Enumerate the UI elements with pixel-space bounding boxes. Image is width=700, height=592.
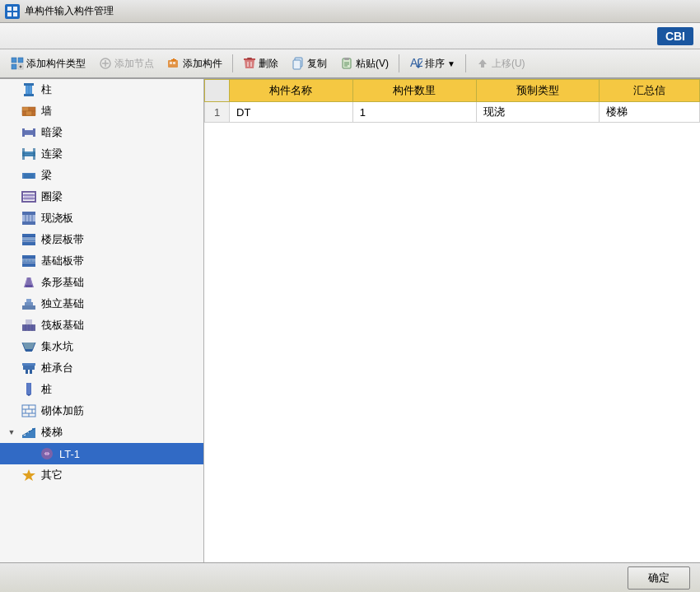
- col-precast-header[interactable]: 预制类型: [476, 80, 600, 102]
- tree-item-other[interactable]: 其它: [0, 464, 203, 486]
- tree-item-strip-foundation-label: 条形基础: [41, 275, 84, 290]
- expand-placeholder: [7, 235, 16, 245]
- svg-rect-76: [22, 263, 35, 267]
- svg-rect-23: [293, 60, 301, 69]
- tree-item-pile-cap-label: 桩承台: [41, 361, 73, 375]
- cbi-logo: CBI: [657, 27, 693, 45]
- svg-rect-74: [22, 255, 35, 259]
- sort-button[interactable]: AZ 排序 ▼: [404, 54, 461, 74]
- pile-icon: [21, 381, 37, 398]
- main-content: 柱 墙: [0, 79, 700, 562]
- cell-name[interactable]: DT: [230, 102, 353, 123]
- expand-placeholder: [7, 170, 16, 180]
- tree-item-beam-label: 梁: [41, 168, 52, 183]
- wall-icon: [21, 103, 37, 119]
- col-name-header[interactable]: 构件名称: [230, 80, 353, 102]
- tree-item-isolated-foundation[interactable]: 独立基础: [0, 293, 203, 315]
- tree-item-raft-foundation[interactable]: 筏板基础: [0, 315, 203, 336]
- svg-rect-75: [22, 259, 35, 263]
- svg-rect-2: [7, 12, 12, 16]
- table-row[interactable]: 1 DT 1 现浇 楼梯: [205, 102, 700, 123]
- expand-placeholder: [7, 213, 16, 223]
- add-comp-label: 添加构件: [183, 57, 222, 71]
- tree-item-pile[interactable]: 桩: [0, 379, 203, 400]
- cell-summary[interactable]: 楼梯: [600, 102, 700, 123]
- add-type-button[interactable]: 添加构件类型: [5, 54, 91, 74]
- copy-icon: [292, 57, 305, 70]
- svg-rect-100: [26, 349, 32, 352]
- bottom-bar: 确定: [0, 562, 700, 592]
- tree-item-isolated-foundation-label: 独立基础: [41, 296, 84, 311]
- up-button[interactable]: 上移(U): [470, 54, 531, 74]
- table-body: 1 DT 1 现浇 楼梯: [205, 102, 700, 123]
- svg-marker-123: [22, 469, 35, 481]
- svg-rect-88: [26, 299, 31, 302]
- svg-rect-86: [22, 305, 35, 310]
- strip-foundation-icon: [21, 274, 37, 291]
- tree-item-pile-cap[interactable]: 桩承台: [0, 357, 203, 379]
- svg-rect-103: [30, 370, 32, 374]
- separator-2: [399, 54, 399, 72]
- col-count-header[interactable]: 构件数里: [352, 80, 476, 102]
- ok-button[interactable]: 确定: [628, 566, 690, 590]
- tree-item-masonry[interactable]: 砌体加筋: [0, 400, 203, 422]
- tree-item-stair-lt1[interactable]: LT-1: [0, 443, 203, 464]
- add-type-label: 添加构件类型: [26, 57, 86, 71]
- svg-rect-105: [26, 383, 31, 394]
- svg-rect-40: [22, 107, 29, 111]
- tree-item-beam[interactable]: 梁: [0, 165, 203, 186]
- svg-rect-3: [13, 12, 17, 16]
- tree-item-wall-label: 墙: [41, 104, 52, 119]
- expand-placeholder: [7, 149, 16, 159]
- tree-item-plate-label: 现浇板: [41, 211, 73, 226]
- delete-button[interactable]: 删除: [237, 54, 284, 74]
- svg-rect-41: [29, 107, 35, 111]
- svg-rect-54: [33, 148, 35, 160]
- expand-placeholder: [7, 385, 16, 394]
- expand-placeholder: [7, 256, 16, 266]
- svg-rect-42: [26, 111, 32, 115]
- window-title: 单构件输入构件管理: [25, 4, 114, 18]
- tree-item-raft-foundation-label: 筏板基础: [41, 318, 84, 333]
- separator-1: [232, 54, 233, 72]
- tree-item-base-band[interactable]: 基础板带: [0, 250, 203, 272]
- add-comp-button[interactable]: 添加构件: [161, 54, 228, 74]
- svg-rect-87: [25, 302, 33, 305]
- svg-rect-69: [22, 234, 35, 237]
- col-summary-header[interactable]: 汇总信: [600, 80, 700, 102]
- tree-item-wall[interactable]: 墙: [0, 100, 203, 122]
- tree-item-plate[interactable]: 现浇板: [0, 207, 203, 229]
- paste-button[interactable]: 粘贴(V): [334, 54, 394, 74]
- col-num-header: [205, 80, 230, 102]
- svg-rect-4: [12, 58, 16, 63]
- tree-item-sump[interactable]: 集水坑: [0, 336, 203, 357]
- lt1-expand-placeholder: [25, 449, 35, 459]
- expand-placeholder: [7, 363, 16, 373]
- copy-label: 复制: [307, 57, 327, 71]
- expand-placeholder: [7, 299, 16, 309]
- cell-count[interactable]: 1: [352, 102, 476, 123]
- copy-button[interactable]: 复制: [286, 54, 333, 74]
- beam-icon: [21, 167, 37, 184]
- tree-item-strip-foundation[interactable]: 条形基础: [0, 272, 203, 293]
- delete-label: 删除: [259, 57, 278, 71]
- svg-rect-16: [170, 62, 172, 64]
- svg-marker-32: [478, 59, 487, 64]
- svg-rect-48: [22, 128, 25, 137]
- tree-item-dark-beam[interactable]: 暗梁: [0, 122, 203, 143]
- tree-item-floor-band[interactable]: 楼层板带: [0, 229, 203, 250]
- tree-item-other-label: 其它: [41, 468, 63, 482]
- svg-rect-0: [7, 7, 12, 11]
- tree-item-lian-beam[interactable]: 连梁: [0, 143, 203, 165]
- svg-rect-17: [173, 62, 175, 64]
- tree-item-quan-beam-label: 圈梁: [41, 189, 63, 204]
- expand-placeholder: [7, 85, 16, 95]
- tree-item-stair[interactable]: ▼ 楼梯: [0, 422, 203, 443]
- tree-item-quan-beam[interactable]: 圈梁: [0, 186, 203, 207]
- tree-item-column[interactable]: 柱: [0, 79, 203, 100]
- add-node-icon: [99, 57, 112, 70]
- svg-rect-44: [32, 111, 35, 115]
- cell-precast[interactable]: 现浇: [476, 102, 600, 123]
- masonry-icon: [21, 403, 37, 419]
- add-node-button[interactable]: 添加节点: [93, 54, 160, 74]
